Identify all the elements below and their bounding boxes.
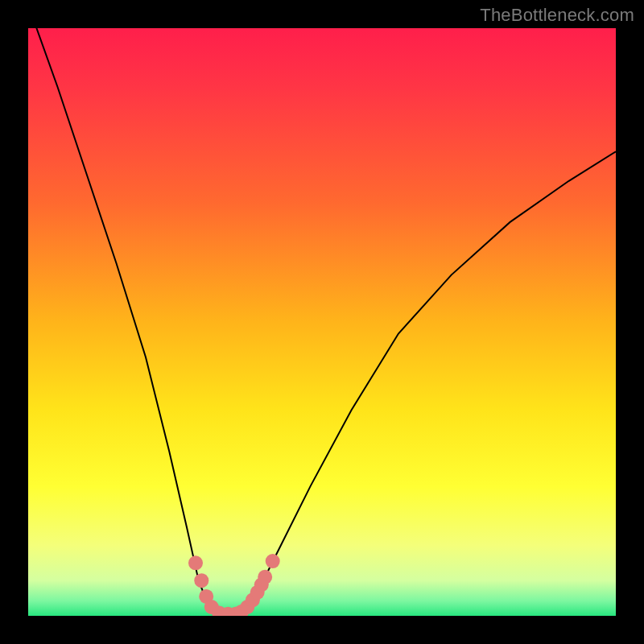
marker-dot	[266, 554, 280, 568]
marker-dot	[194, 573, 208, 588]
attribution-label: TheBottleneck.com	[480, 5, 634, 26]
chart-frame: TheBottleneck.com	[0, 0, 644, 644]
marker-dot	[188, 555, 203, 570]
gradient-background	[28, 28, 616, 616]
bottleneck-chart	[28, 28, 616, 616]
marker-dot	[258, 570, 272, 584]
